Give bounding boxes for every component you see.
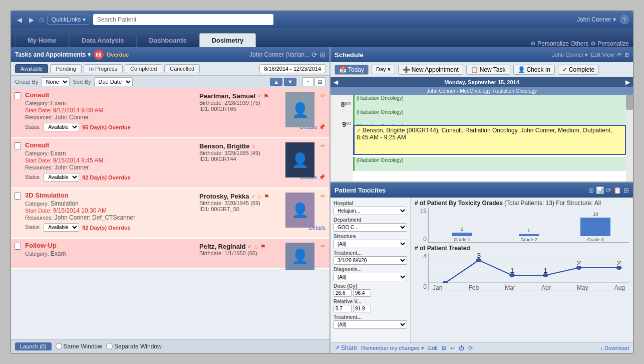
diagnosis-filter: Diagnosis... (All) <box>334 267 407 281</box>
cal-event-yellow[interactable]: ✓ Benson, Brigitte (00IGRT44), Consult, … <box>353 125 626 155</box>
sort-desc-button[interactable]: ▼ <box>284 78 296 86</box>
new-appointment-button[interactable]: ➕ New Appointment <box>398 65 463 75</box>
task-4-photo: 👤 <box>285 243 314 270</box>
download-button[interactable]: ↓ Download <box>600 345 629 351</box>
user-menu-button[interactable]: John Conner ▾ <box>577 16 616 23</box>
help-button[interactable]: ? <box>620 15 629 24</box>
tox-icon-power[interactable]: ⏻ <box>459 345 464 351</box>
task-3-status[interactable]: Available <box>44 223 79 232</box>
tox-icon-2[interactable]: 📊 <box>596 187 604 194</box>
new-task-button[interactable]: 📋 New Task <box>466 65 510 75</box>
task-4-warning-icon: ⚠ <box>253 244 258 250</box>
personalize-button[interactable]: ⚙ Personalize <box>590 40 629 47</box>
task-1-status[interactable]: Available <box>44 123 79 131</box>
day-button[interactable]: Day ▾ <box>372 65 395 74</box>
calendar-scrollbar[interactable] <box>626 95 633 181</box>
diagnosis-select[interactable]: (All) <box>334 273 407 281</box>
today-button[interactable]: 📅 Today <box>335 65 369 75</box>
edit-view-button[interactable]: Edit View <box>591 52 614 58</box>
tab-dosimetry[interactable]: Dosimetry <box>199 33 256 47</box>
task-checkbox-2[interactable] <box>14 142 21 149</box>
home-button[interactable]: ⌂ <box>39 15 44 24</box>
relative-min-input[interactable] <box>334 305 352 312</box>
filter-in-progress[interactable]: In Progress <box>84 64 123 73</box>
check-in-button[interactable]: 👤 Check In <box>513 65 555 75</box>
department-select[interactable]: GOO C... <box>334 223 407 232</box>
schedule-expand-button[interactable]: ⊞ <box>624 52 629 58</box>
tasks-title-button[interactable]: Tasks and Appointments ▾ <box>15 51 91 58</box>
structure-select[interactable]: (All) <box>334 240 407 248</box>
tox-refresh-button[interactable]: ⟳ <box>606 187 611 194</box>
schedule-header: Schedule John Conner ▾ Edit View ⟳ ⊞ <box>331 47 633 62</box>
share-button[interactable]: ↗ Share <box>335 344 357 351</box>
bar-1 <box>452 233 472 236</box>
treatment-select[interactable]: 3/1/20 8/6/20 <box>334 256 407 265</box>
search-input[interactable] <box>93 14 273 25</box>
separate-window-option[interactable]: Separate Window <box>106 343 162 350</box>
task-checkbox-3[interactable] <box>14 193 21 200</box>
same-window-option[interactable]: Same Window <box>56 343 102 350</box>
back-button[interactable]: ◀ <box>15 15 24 25</box>
tox-icon-undo[interactable]: ↩ <box>450 345 455 351</box>
remember-button[interactable]: Remember my changes ▾ <box>361 345 424 351</box>
relative-max-input[interactable] <box>353 305 371 312</box>
sort-by-select[interactable]: Due Date <box>94 77 133 86</box>
complete-button[interactable]: ✓ Complete <box>558 65 599 75</box>
task-checkbox-4[interactable] <box>14 243 21 250</box>
tox-expand-button[interactable]: ⊞ <box>623 187 629 194</box>
schedule-refresh-button[interactable]: ⟳ <box>617 52 621 58</box>
sort-asc-button[interactable]: ▲ <box>270 78 282 86</box>
task-1-edit-icon[interactable]: ✏ <box>320 92 326 99</box>
task-3-edit-icon[interactable]: ✏ <box>320 193 326 200</box>
task-2-category: Category: Exam <box>25 150 326 157</box>
dose-min-input[interactable] <box>334 289 352 297</box>
filter-available[interactable]: Available <box>15 64 48 73</box>
forward-button[interactable]: ▶ <box>27 15 36 25</box>
dose-max-input[interactable] <box>353 289 371 297</box>
filter-cancelled[interactable]: Cancelled <box>164 64 200 73</box>
task-3-resource: Resources: John Conner; Def_CTScanner <box>25 214 326 221</box>
cal-event-2: (Radiation Oncology) <box>353 109 626 123</box>
tab-my-home[interactable]: My Home <box>15 33 69 47</box>
tox-icon-share[interactable]: ⊞ <box>442 345 446 351</box>
tox-icon-1[interactable]: ⊞ <box>588 187 594 194</box>
task-3-photo: 👤 <box>285 193 314 228</box>
task-1-overdue: 95 Day(s) Overdue <box>82 124 131 130</box>
calendar-events[interactable]: (Radiation Oncology) (Radiation Oncology… <box>353 95 633 181</box>
list-view-button[interactable]: ≡ <box>302 77 313 86</box>
separate-window-radio[interactable] <box>106 343 113 349</box>
grid-view-button[interactable]: ⊟ <box>314 77 326 86</box>
tab-data-analysis[interactable]: Data Analysis <box>69 33 137 47</box>
task-1-patient-info: Pearlman, Samuel ♂ ⚑ Birthdate: 2/28/193… <box>199 92 279 112</box>
date-range-button[interactable]: 8/16/2014 - 12/23/2014 <box>259 64 326 73</box>
filter-completed[interactable]: Completed <box>125 64 162 73</box>
bar-value-1: 2 <box>461 227 463 232</box>
task-2-patient-name: Benson, Brigitte <box>199 142 249 150</box>
content-area: Tasks and Appointments ▾ 68 Overdue John… <box>11 47 633 353</box>
filter-pending[interactable]: Pending <box>50 64 81 73</box>
edit-button[interactable]: Edit <box>428 345 438 351</box>
group-by-select[interactable]: None <box>41 77 70 86</box>
schedule-user[interactable]: John Conner ▾ <box>552 52 588 58</box>
treatment2-select[interactable]: (All) <box>334 320 407 329</box>
task-4-edit-icon[interactable]: ✏ <box>320 243 326 250</box>
tox-icon-3[interactable]: 📋 <box>613 187 621 194</box>
quicklinks-button[interactable]: QuickLinks ▾ <box>47 15 90 25</box>
same-window-radio[interactable] <box>56 343 62 349</box>
task-checkbox-1[interactable] <box>14 92 21 99</box>
launch-button[interactable]: Launch (0) <box>15 342 52 350</box>
gear-icon: ⚙ <box>530 40 536 47</box>
task-2-status[interactable]: Available <box>44 173 79 181</box>
toxicity-charts: # of Patient By Toxicity Grades (Total P… <box>411 198 633 342</box>
diagnosis-label: Diagnosis... <box>334 267 407 272</box>
task-2-edit-icon[interactable]: ✏ <box>320 142 326 149</box>
cal-prev-button[interactable]: ◀ <box>334 79 338 86</box>
expand-button[interactable]: ⊞ <box>319 51 326 59</box>
personalize-others-button[interactable]: ⚙ Personalize Others <box>530 40 588 47</box>
list-item: Consult Category: Exam Start Date: 9/12/… <box>11 88 330 138</box>
cal-next-button[interactable]: ▶ <box>625 79 630 86</box>
tab-dashboards[interactable]: Dashboards <box>137 33 199 47</box>
tox-icon-refresh[interactable]: ⟳ <box>468 345 473 351</box>
refresh-button[interactable]: ⟳ <box>311 51 317 59</box>
hospital-select[interactable]: Helajum... <box>334 207 407 215</box>
